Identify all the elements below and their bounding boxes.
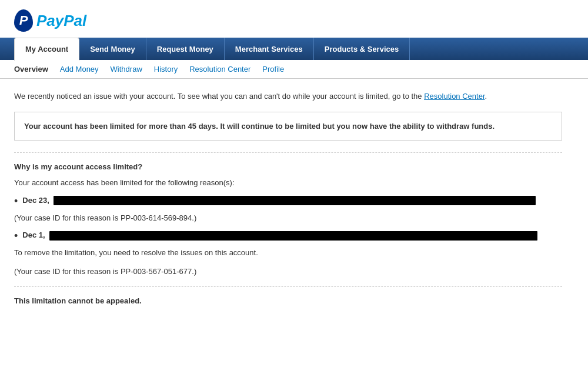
notice-text-after: . bbox=[485, 92, 487, 101]
warning-text: Your account has been limited for more t… bbox=[24, 122, 495, 131]
primary-nav: My Account Send Money Request Money Merc… bbox=[0, 38, 588, 60]
bullet-item-1: • Dec 23, bbox=[14, 196, 562, 206]
main-content: We recently noticed an issue with your a… bbox=[0, 79, 576, 317]
sec-tab-profile[interactable]: Profile bbox=[262, 64, 284, 75]
paypal-text-blue: Pay bbox=[36, 12, 64, 29]
sec-tab-add-money[interactable]: Add Money bbox=[60, 64, 99, 75]
section-intro: Your account access has been limited for… bbox=[14, 177, 562, 189]
sec-tab-resolution-center[interactable]: Resolution Center bbox=[189, 64, 250, 75]
paypal-logo: PayPal bbox=[14, 9, 574, 32]
paypal-text-light: Pal bbox=[64, 12, 86, 29]
notice-text-before: We recently noticed an issue with your a… bbox=[14, 92, 424, 101]
sec-tab-overview[interactable]: Overview bbox=[14, 64, 48, 75]
bullet-content-1: Dec 23, bbox=[22, 196, 562, 206]
nav-tab-my-account[interactable]: My Account bbox=[14, 38, 79, 61]
nav-tab-products-services[interactable]: Products & Services bbox=[314, 38, 410, 60]
bullet-item-2: • Dec 1, bbox=[14, 231, 562, 241]
nav-tab-merchant-services[interactable]: Merchant Services bbox=[225, 38, 314, 60]
sec-tab-withdraw[interactable]: Withdraw bbox=[111, 64, 142, 75]
resolution-center-link[interactable]: Resolution Center bbox=[424, 92, 485, 101]
bullet-date-1: Dec 23, bbox=[22, 196, 49, 205]
bullet-date-2: Dec 1, bbox=[22, 231, 45, 239]
case-id-1: (Your case ID for this reason is PP-003-… bbox=[14, 212, 562, 224]
section-title: Why is my account access limited? bbox=[14, 162, 562, 171]
case-id-2: (Your case ID for this reason is PP-003-… bbox=[14, 266, 562, 278]
bullet-content-2: Dec 1, bbox=[22, 231, 562, 241]
bottom-note: This limitation cannot be appealed. bbox=[14, 296, 562, 305]
divider-1 bbox=[14, 152, 562, 153]
paypal-p-icon bbox=[14, 9, 33, 32]
bullet-dot-1: • bbox=[14, 196, 18, 206]
divider-2 bbox=[14, 286, 562, 287]
removal-text: To remove the limitation, you need to re… bbox=[14, 247, 562, 259]
warning-box: Your account has been limited for more t… bbox=[14, 112, 562, 141]
sec-tab-history[interactable]: History bbox=[154, 64, 178, 75]
secondary-nav: Overview Add Money Withdraw History Reso… bbox=[0, 60, 588, 79]
nav-tab-request-money[interactable]: Request Money bbox=[146, 38, 225, 60]
notice-paragraph: We recently noticed an issue with your a… bbox=[14, 91, 562, 102]
redacted-bar-1 bbox=[54, 196, 536, 205]
paypal-wordmark: PayPal bbox=[36, 12, 86, 30]
nav-tab-send-money[interactable]: Send Money bbox=[79, 38, 146, 60]
logo-area: PayPal bbox=[0, 0, 588, 38]
bullet-dot-2: • bbox=[14, 231, 18, 241]
redacted-bar-2 bbox=[49, 231, 537, 241]
